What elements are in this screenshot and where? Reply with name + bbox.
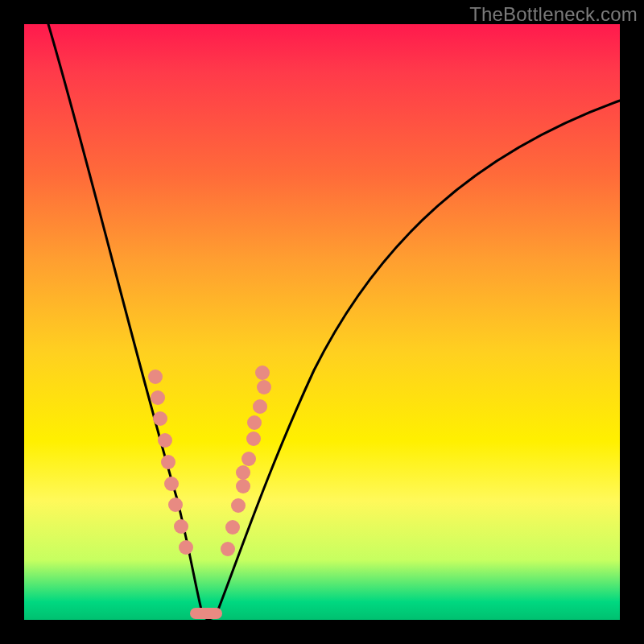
valley-marker xyxy=(190,608,222,619)
svg-point-12 xyxy=(236,479,250,493)
svg-point-4 xyxy=(161,455,175,469)
svg-point-11 xyxy=(231,498,246,513)
svg-point-9 xyxy=(221,542,235,556)
watermark-text: TheBottleneck.com xyxy=(469,3,638,26)
right-dot-cluster xyxy=(221,365,271,556)
svg-point-15 xyxy=(246,431,261,446)
svg-point-0 xyxy=(148,369,163,384)
svg-point-1 xyxy=(151,390,165,405)
svg-point-19 xyxy=(255,365,270,380)
left-dot-cluster xyxy=(148,369,193,555)
svg-point-7 xyxy=(174,519,188,534)
chart-plot-area xyxy=(24,24,620,620)
bottleneck-curve xyxy=(48,24,620,619)
svg-point-16 xyxy=(247,415,262,430)
svg-point-13 xyxy=(236,465,250,480)
chart-svg xyxy=(24,24,620,620)
svg-point-18 xyxy=(257,380,271,394)
svg-point-10 xyxy=(225,520,240,535)
svg-point-17 xyxy=(253,399,267,414)
svg-point-2 xyxy=(153,411,167,426)
svg-point-5 xyxy=(164,477,179,491)
svg-point-14 xyxy=(242,452,256,466)
svg-point-3 xyxy=(158,433,172,448)
svg-point-8 xyxy=(179,540,193,555)
svg-point-6 xyxy=(168,497,183,512)
